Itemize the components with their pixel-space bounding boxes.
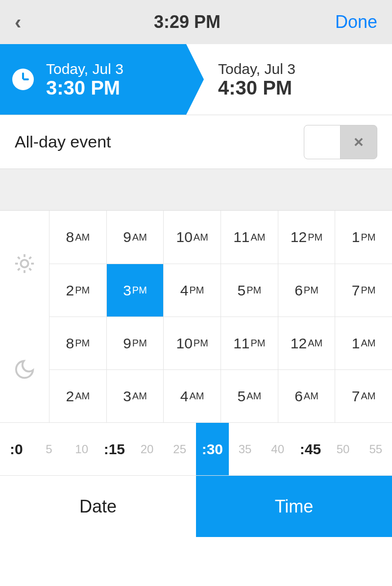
hour-cell[interactable]: 2AM [49, 369, 106, 422]
hours-grid: 8AM9AM10AM11AM12PM1PM2PM3PM4PM5PM6PM7PM8… [49, 211, 392, 422]
minute-cell[interactable]: 25 [163, 423, 196, 475]
time-range: Today, Jul 3 3:30 PM Today, Jul 3 4:30 P… [0, 44, 392, 115]
all-day-row: All-day event × [0, 115, 392, 169]
tab-date[interactable]: Date [0, 476, 196, 537]
all-day-label: All-day event [15, 132, 111, 151]
spacer [0, 169, 392, 211]
hour-cell[interactable]: 5AM [220, 369, 278, 422]
range-start-date: Today, Jul 3 [46, 61, 123, 77]
range-end[interactable]: Today, Jul 3 4:30 PM [186, 44, 392, 115]
moon-icon [0, 317, 49, 422]
hour-cell[interactable]: 2PM [49, 264, 106, 317]
hour-cell[interactable]: 10PM [163, 317, 220, 369]
done-button[interactable]: Done [335, 12, 377, 32]
hour-cell[interactable]: 9AM [106, 211, 164, 264]
range-end-date: Today, Jul 3 [218, 61, 295, 77]
hour-cell[interactable]: 9PM [106, 317, 164, 369]
hour-cell[interactable]: 8AM [49, 211, 106, 264]
hour-cell[interactable]: 8PM [49, 317, 106, 369]
range-start[interactable]: Today, Jul 3 3:30 PM [0, 44, 186, 115]
hour-cell[interactable]: 7AM [335, 369, 392, 422]
svg-point-0 [21, 260, 28, 267]
minute-cell[interactable]: :45 [294, 423, 327, 475]
close-icon: × [341, 125, 377, 159]
hour-cell[interactable]: 6AM [278, 369, 335, 422]
hour-cell[interactable]: 3AM [106, 369, 164, 422]
minute-cell[interactable]: 5 [33, 423, 66, 475]
hour-cell[interactable]: 6PM [278, 264, 335, 317]
minute-cell[interactable]: :15 [98, 423, 131, 475]
minute-cell[interactable]: :0 [0, 423, 33, 475]
hour-cell[interactable]: 12PM [278, 211, 335, 264]
clock-icon [12, 69, 34, 90]
tab-time[interactable]: Time [196, 476, 392, 537]
svg-line-7 [18, 269, 20, 270]
minute-cell[interactable]: 40 [261, 423, 294, 475]
svg-line-6 [29, 269, 31, 270]
minute-cell[interactable]: 35 [229, 423, 262, 475]
svg-line-5 [18, 257, 20, 259]
back-button[interactable]: ‹ [15, 11, 39, 33]
hour-cell[interactable]: 7PM [335, 264, 392, 317]
hour-cell[interactable]: 4PM [163, 264, 220, 317]
hour-period-icons [0, 211, 49, 422]
range-start-time: 3:30 PM [46, 77, 123, 98]
hour-cell[interactable]: 5PM [220, 264, 278, 317]
sun-icon [0, 211, 49, 317]
svg-line-8 [29, 257, 31, 259]
hour-cell[interactable]: 1AM [335, 317, 392, 369]
minute-cell[interactable]: :30 [196, 423, 229, 475]
picker-tabs: Date Time [0, 476, 392, 537]
toggle-knob [304, 125, 341, 159]
hour-cell[interactable]: 12AM [278, 317, 335, 369]
minute-cell[interactable]: 20 [131, 423, 164, 475]
chevron-left-icon: ‹ [15, 11, 21, 33]
hour-cell[interactable]: 11PM [220, 317, 278, 369]
hour-cell[interactable]: 3PM [106, 264, 164, 317]
range-start-text: Today, Jul 3 3:30 PM [46, 61, 123, 98]
all-day-toggle[interactable]: × [304, 125, 377, 159]
minute-picker: :0510:152025:303540:455055 [0, 423, 392, 476]
minute-cell[interactable]: 55 [359, 423, 392, 475]
hour-cell[interactable]: 1PM [335, 211, 392, 264]
range-end-time: 4:30 PM [218, 77, 295, 98]
hour-cell[interactable]: 11AM [220, 211, 278, 264]
hour-cell[interactable]: 4AM [163, 369, 220, 422]
minute-cell[interactable]: 10 [65, 423, 98, 475]
header-title: 3:29 PM [154, 12, 220, 32]
hour-cell[interactable]: 10AM [163, 211, 220, 264]
minute-cell[interactable]: 50 [327, 423, 360, 475]
hour-picker: 8AM9AM10AM11AM12PM1PM2PM3PM4PM5PM6PM7PM8… [0, 211, 392, 423]
header: ‹ 3:29 PM Done [0, 0, 392, 44]
range-end-text: Today, Jul 3 4:30 PM [218, 61, 295, 98]
